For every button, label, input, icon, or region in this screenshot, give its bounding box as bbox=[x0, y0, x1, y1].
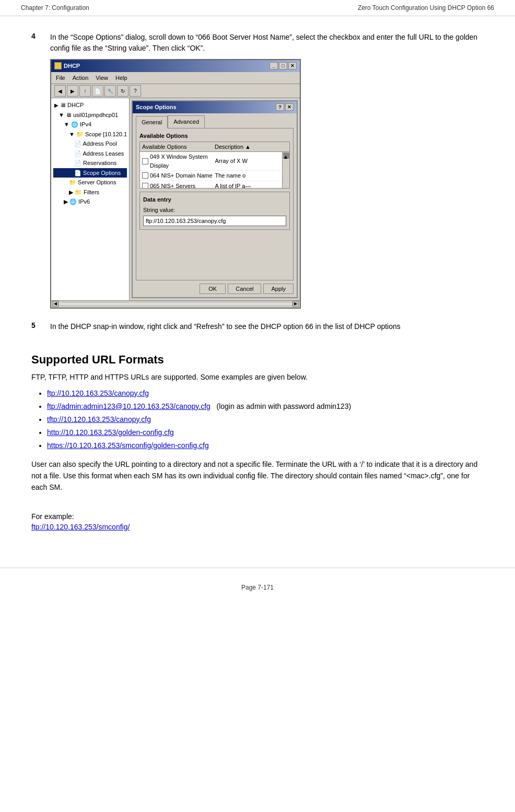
data-entry-section: Data entry String value: bbox=[139, 192, 290, 230]
url-link-3[interactable]: tftp://10.120.163.253/canopy.cfg bbox=[47, 415, 151, 423]
header-right: Zero Touch Configuration Using DHCP Opti… bbox=[358, 4, 494, 11]
toolbar-help[interactable]: ? bbox=[130, 85, 141, 97]
toolbar-up[interactable]: ↑ bbox=[79, 85, 91, 97]
tree-scope-options[interactable]: 📄 Scope Options bbox=[53, 168, 127, 178]
option-049-checkbox[interactable] bbox=[142, 158, 148, 164]
list-item: ftp://admin:admin123@10.120.163.253/cano… bbox=[47, 401, 484, 412]
tree-scope[interactable]: ▼ 📁 Scope [10.120.163. bbox=[53, 130, 127, 139]
tree-address-leases[interactable]: 📄 Address Leases bbox=[53, 149, 127, 159]
page-number: Page 7-171 bbox=[241, 584, 274, 591]
tree-ipv4[interactable]: ▼ 🌐 IPv4 bbox=[53, 120, 127, 130]
toolbar-forward[interactable]: ▶ bbox=[67, 85, 78, 97]
tree-reservations[interactable]: 📄 Reservations bbox=[53, 158, 127, 168]
scope-close-btn[interactable]: ✕ bbox=[285, 103, 294, 111]
close-btn[interactable]: ✕ bbox=[288, 62, 297, 69]
toolbar-new[interactable]: 📄 bbox=[92, 85, 103, 97]
scrollbar-up[interactable]: ▲ bbox=[283, 152, 289, 159]
menu-file[interactable]: File bbox=[54, 73, 67, 83]
option-row-065[interactable]: 065 NIS+ Servers A list of IP a— bbox=[140, 181, 282, 189]
options-rows: 049 X Window System Display Array of X W… bbox=[140, 152, 282, 189]
option-065-name: 065 NIS+ Servers bbox=[150, 182, 215, 189]
options-list-header: Available Options Description ▲ bbox=[140, 142, 289, 152]
url-link-5[interactable]: https://10.120.163.253/smconfig/golden-c… bbox=[47, 441, 209, 450]
step5-number: 5 bbox=[31, 321, 42, 336]
options-list-label: Available Options bbox=[139, 132, 290, 140]
data-entry-legend: Data entry bbox=[143, 195, 286, 204]
list-item: tftp://10.120.163.253/canopy.cfg bbox=[47, 414, 484, 425]
supported-urls-intro: FTP, TFTP, HTTP and HTTPS URLs are suppo… bbox=[31, 372, 484, 383]
scope-options-dialog: Scope Options ? ✕ General Advanced bbox=[132, 100, 298, 298]
scope-tab-content: Available Options Available Options Desc… bbox=[136, 128, 294, 280]
options-col2-header: Description ▲ bbox=[215, 143, 287, 151]
url-link-4[interactable]: http://10.120.163.253/golden-config.cfg bbox=[47, 428, 174, 437]
scope-dialog-buttons: OK Cancel Apply bbox=[133, 280, 297, 297]
supported-urls-body: User can also specify the URL pointing t… bbox=[31, 458, 484, 493]
tab-advanced[interactable]: Advanced bbox=[168, 115, 205, 128]
step4-block: 4 In the “Scope Options” dialog, scroll … bbox=[31, 32, 484, 309]
string-value-input[interactable] bbox=[143, 216, 286, 226]
apply-button[interactable]: Apply bbox=[263, 284, 294, 294]
scope-titlebar-buttons: ? ✕ bbox=[276, 103, 294, 111]
scope-dialog-title: Scope Options bbox=[136, 103, 177, 112]
list-item: https://10.120.163.253/smconfig/golden-c… bbox=[47, 440, 484, 451]
toolbar-properties[interactable]: 🔧 bbox=[104, 85, 116, 97]
menu-help[interactable]: Help bbox=[114, 73, 129, 83]
tree-address-pool[interactable]: 📄 Address Pool bbox=[53, 139, 127, 149]
cancel-button[interactable]: Cancel bbox=[228, 284, 261, 294]
option-065-checkbox[interactable] bbox=[142, 183, 148, 189]
dhcp-body: ▶ 🖥 DHCP ▼ 🖥 usil01pmpdhcp01 ▼ 🌐 IPv4 ▼ … bbox=[51, 98, 300, 300]
supported-urls-heading: Supported URL Formats bbox=[31, 353, 484, 367]
toolbar-back[interactable]: ◀ bbox=[54, 85, 66, 97]
tree-server-options[interactable]: 📁 Server Options bbox=[53, 178, 127, 187]
menu-action[interactable]: Action bbox=[71, 73, 90, 83]
options-col1-header: Available Options bbox=[142, 143, 215, 151]
dhcp-window: DHCP _ □ ✕ File Action View Help bbox=[50, 59, 301, 309]
dhcp-tree: ▶ 🖥 DHCP ▼ 🖥 usil01pmpdhcp01 ▼ 🌐 IPv4 ▼ … bbox=[51, 98, 130, 300]
tree-dhcp[interactable]: ▶ 🖥 DHCP bbox=[53, 100, 127, 110]
hscroll-left[interactable]: ◀ bbox=[52, 301, 58, 307]
dialog-spacer bbox=[139, 230, 290, 277]
tree-ipv6[interactable]: ▶ 🌐 IPv6 bbox=[53, 197, 127, 207]
option-row-064[interactable]: 064 NIS+ Domain Name The name o bbox=[140, 171, 282, 181]
main-content: 4 In the “Scope Options” dialog, scroll … bbox=[0, 16, 515, 547]
maximize-btn[interactable]: □ bbox=[279, 62, 287, 69]
tree-filters[interactable]: ▶ 📁 Filters bbox=[53, 187, 127, 197]
hscroll-track bbox=[58, 302, 292, 306]
page-footer: Page 7-171 bbox=[0, 568, 515, 602]
scope-tabs: General Advanced bbox=[133, 113, 297, 128]
supported-urls-section: Supported URL Formats FTP, TFTP, HTTP an… bbox=[31, 353, 484, 531]
url-link-1[interactable]: ftp://10.120.163.253/canopy.cfg bbox=[47, 389, 149, 397]
tree-server[interactable]: ▼ 🖥 usil01pmpdhcp01 bbox=[53, 110, 127, 120]
titlebar-buttons: _ □ ✕ bbox=[270, 62, 297, 69]
hscroll-right[interactable]: ▶ bbox=[292, 301, 299, 307]
step5-description: In the DHCP snap-in window, right click … bbox=[50, 321, 401, 332]
dhcp-titlebar-left: DHCP bbox=[54, 62, 80, 70]
menu-view[interactable]: View bbox=[94, 73, 110, 83]
example-label: For example: bbox=[31, 512, 484, 521]
ok-button[interactable]: OK bbox=[200, 284, 226, 294]
url-link-2[interactable]: ftp://admin:admin123@10.120.163.253/cano… bbox=[47, 402, 210, 410]
option-049-name: 049 X Window System Display bbox=[150, 152, 215, 170]
page-header: Chapter 7: Configuration Zero Touch Conf… bbox=[0, 0, 515, 16]
minimize-btn[interactable]: _ bbox=[270, 62, 278, 69]
step4-description: In the “Scope Options” dialog, scroll do… bbox=[50, 32, 484, 54]
url-list: ftp://10.120.163.253/canopy.cfg ftp://ad… bbox=[31, 388, 484, 451]
options-scrollbar[interactable]: ▲ ▼ bbox=[282, 152, 289, 189]
url-link-2-suffix: (login as admin with password admin123) bbox=[213, 402, 351, 410]
option-row-049[interactable]: 049 X Window System Display Array of X W bbox=[140, 152, 282, 171]
header-left: Chapter 7: Configuration bbox=[21, 4, 89, 11]
example-url[interactable]: ftp://10.120.163.253/smconfig/ bbox=[31, 523, 130, 531]
options-list-inner: 049 X Window System Display Array of X W… bbox=[140, 152, 289, 189]
scope-help-btn[interactable]: ? bbox=[276, 103, 284, 111]
tab-general[interactable]: General bbox=[136, 116, 168, 129]
option-049-desc: Array of X W bbox=[215, 157, 280, 166]
option-065-desc: A list of IP a— bbox=[215, 182, 280, 189]
dhcp-window-title: DHCP bbox=[64, 62, 80, 70]
option-064-checkbox[interactable] bbox=[142, 172, 148, 179]
dhcp-toolbar: ◀ ▶ ↑ 📄 🔧 ↻ ? bbox=[51, 84, 300, 98]
dhcp-hscrollbar[interactable]: ◀ ▶ bbox=[51, 300, 300, 308]
dhcp-titlebar-icon bbox=[54, 62, 62, 69]
dhcp-menubar: File Action View Help bbox=[51, 72, 300, 85]
option-064-desc: The name o bbox=[215, 171, 280, 180]
toolbar-refresh[interactable]: ↻ bbox=[117, 85, 128, 97]
